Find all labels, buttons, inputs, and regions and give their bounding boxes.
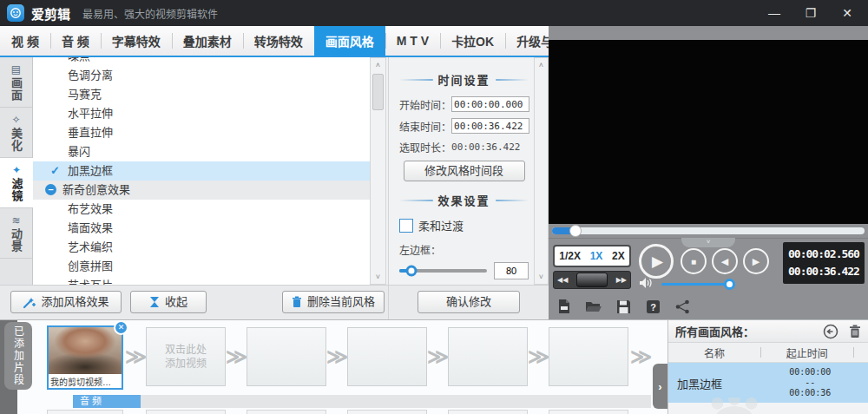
audio-track-label[interactable]: 音 频	[73, 395, 141, 408]
jog-knob[interactable]	[576, 273, 608, 287]
seek-bar[interactable]	[549, 224, 868, 238]
rail-item-picture[interactable]: ▤ 画面	[0, 57, 32, 108]
effect-item[interactable]: 布艺效果	[33, 200, 370, 219]
volume-icon[interactable]	[639, 277, 653, 292]
empty-clip-slot[interactable]	[247, 327, 326, 386]
rail-item-beautify[interactable]: ✧ 美化	[0, 108, 32, 158]
timeline-clip-selected[interactable]: 我的剪切视频… ✕	[47, 325, 123, 390]
effect-group-header[interactable]: – 新奇创意效果	[33, 181, 370, 200]
left-border-value-input[interactable]	[494, 262, 529, 279]
watermark-paw	[710, 398, 771, 414]
video-preview[interactable]	[549, 40, 868, 224]
play-button[interactable]: ▶	[639, 244, 674, 279]
settings-scrollbar[interactable]: ˄ ˅	[534, 57, 549, 285]
check-icon: ✓	[50, 161, 60, 181]
add-style-effect-button[interactable]: 添加风格效果	[10, 291, 122, 313]
help-icon[interactable]: ?	[644, 298, 661, 315]
soft-transition-checkbox[interactable]	[399, 219, 413, 233]
effect-item-selected[interactable]: ✓ 加黑边框	[33, 161, 370, 181]
tab-picture-style[interactable]: 画面风格	[314, 26, 385, 56]
effect-item[interactable]: 水平拉伸	[33, 104, 370, 123]
beautify-wand-icon: ✧	[11, 114, 20, 126]
clip-separator-icon: ≫	[226, 345, 247, 369]
trash-icon[interactable]	[849, 325, 861, 338]
tab-mtv[interactable]: M T V	[385, 26, 440, 56]
tab-transition-fx[interactable]: 转场特效	[243, 26, 314, 56]
prev-frame-button[interactable]: ◀	[712, 248, 738, 274]
tab-overlay[interactable]: 叠加素材	[172, 26, 243, 56]
stop-button[interactable]: ■	[681, 248, 707, 274]
jog-shuttle[interactable]: ◀◀ ▶▶	[553, 271, 631, 289]
category-rail: ▤ 画面 ✧ 美化 ✦ 滤镜 ≋ 动景	[0, 57, 33, 285]
tab-subtitle-fx[interactable]: 字幕特效	[101, 26, 172, 56]
open-folder-icon[interactable]	[585, 298, 602, 315]
scroll-up-icon[interactable]: ˄	[371, 58, 385, 72]
collapse-button[interactable]: 收起	[130, 291, 207, 313]
effect-item[interactable]: 垂直拉伸	[33, 123, 370, 142]
tab-audio[interactable]: 音 频	[50, 26, 101, 56]
scrollbar-thumb[interactable]	[372, 74, 384, 110]
add-video-slot[interactable]: 双击此处 添加视频	[146, 327, 226, 386]
audio-clip-slot	[448, 410, 528, 414]
speed-1x[interactable]: 1X	[590, 250, 603, 262]
added-clips-tab[interactable]: 已添加片段	[4, 322, 32, 390]
close-button[interactable]: ✕	[840, 6, 854, 20]
clip-separator-icon: ≫	[326, 345, 348, 369]
next-frame-button[interactable]: ▶	[743, 248, 769, 274]
effect-item[interactable]: 艺术瓦片	[33, 276, 370, 285]
volume-slider[interactable]	[661, 283, 731, 286]
modify-time-range-button[interactable]: 修改风格时间段	[404, 161, 525, 181]
speed-selector[interactable]: 1/2X 1X 2X	[553, 245, 631, 267]
scroll-down-icon[interactable]: ˅	[535, 270, 548, 284]
audio-track[interactable]	[141, 395, 651, 408]
scroll-up-icon[interactable]: ˄	[535, 58, 548, 72]
effect-item[interactable]: 艺术编织	[33, 238, 370, 257]
rail-item-filter[interactable]: ✦ 滤镜	[0, 158, 33, 208]
effect-item[interactable]: 墙面效果	[33, 219, 370, 238]
maximize-button[interactable]: ❐	[804, 6, 818, 20]
minimize-button[interactable]: —	[767, 6, 781, 20]
undo-icon[interactable]	[823, 324, 838, 339]
effect-item[interactable]: 暴闪	[33, 142, 370, 161]
forward-icon[interactable]: ▶▶	[616, 276, 627, 284]
empty-clip-slot[interactable]	[347, 327, 427, 386]
expand-styles-panel-tab[interactable]: ›	[653, 364, 667, 409]
speed-2x[interactable]: 2X	[612, 250, 625, 262]
effects-list-scrollbar[interactable]: ˄ ˅	[370, 57, 386, 285]
slider-knob[interactable]	[406, 266, 418, 277]
player-region: ˅ 1/2X 1X 2X ◀◀ ▶▶ ▶ ■ ◀ ▶ 00:00:02.56	[549, 26, 868, 319]
effect-item[interactable]: 噪点	[33, 57, 370, 66]
tab-video[interactable]: 视 频	[0, 26, 50, 56]
audio-clip-slot	[247, 410, 326, 414]
save-icon[interactable]	[615, 298, 632, 315]
end-time-input[interactable]	[451, 118, 529, 134]
speed-half[interactable]: 1/2X	[559, 250, 581, 262]
share-icon[interactable]	[674, 298, 691, 315]
seek-handle[interactable]	[569, 225, 582, 237]
start-time-input[interactable]	[451, 96, 529, 112]
style-start-time: 00:00:00	[789, 367, 831, 377]
remove-clip-icon[interactable]: ✕	[114, 320, 128, 335]
column-header-name: 名称	[668, 345, 760, 360]
chevron-down-icon[interactable]: ˅	[681, 238, 735, 247]
effect-item[interactable]: 马赛克	[33, 85, 370, 104]
confirm-modify-button[interactable]: 确认修改	[418, 291, 520, 313]
clip-separator-icon: ≫	[528, 345, 549, 369]
empty-clip-slot[interactable]	[448, 327, 528, 386]
effects-list: 噪点 色调分离 马赛克 水平拉伸 垂直拉伸 暴闪 ✓ 加黑边框 – 新奇创意效果…	[33, 57, 370, 285]
delete-style-button[interactable]: 删除当前风格	[282, 291, 385, 313]
rewind-icon[interactable]: ◀◀	[557, 276, 568, 284]
volume-handle[interactable]	[724, 279, 735, 290]
new-project-icon[interactable]	[556, 298, 573, 315]
effect-item[interactable]: 色调分离	[33, 66, 370, 85]
empty-clip-slot[interactable]	[549, 327, 628, 386]
clip-separator-icon: ≫	[125, 345, 147, 369]
effects-action-bar: 添加风格效果 收起 删除当前风格 确认修改	[0, 285, 549, 319]
left-border-slider[interactable]	[399, 269, 487, 273]
rail-item-motion[interactable]: ≋ 动景	[0, 208, 32, 259]
svg-text:?: ?	[650, 301, 656, 312]
effect-item[interactable]: 创意拼图	[33, 257, 370, 276]
tab-karaoke[interactable]: 卡拉OK	[440, 26, 505, 56]
scroll-down-icon[interactable]: ˅	[371, 270, 385, 284]
clip-thumbnail	[49, 327, 122, 374]
